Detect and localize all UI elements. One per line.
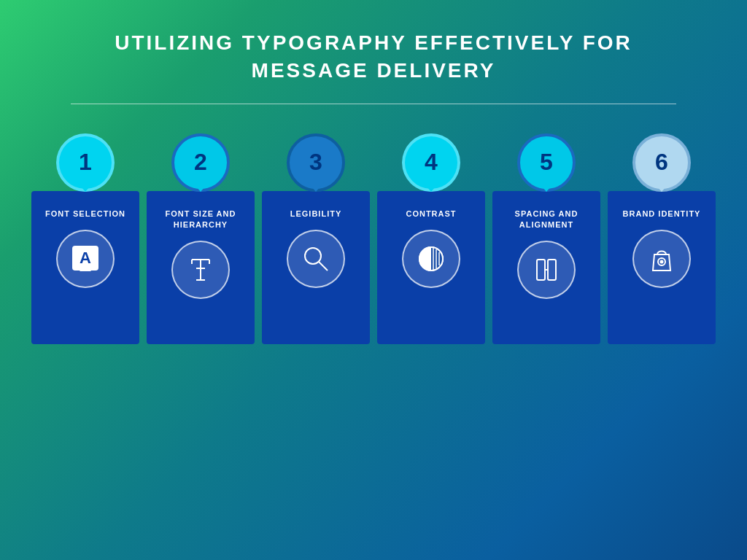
bubble-pointer-3 <box>307 182 325 192</box>
app: UTILIZING TYPOGRAPHY EFFECTIVELY FOR MES… <box>0 0 747 560</box>
title-section: UTILIZING TYPOGRAPHY EFFECTIVELY FOR MES… <box>29 29 718 85</box>
card-body-6: BRAND IDENTITY <box>608 191 716 344</box>
card-label-3: LEGIBILITY <box>290 201 342 219</box>
svg-rect-17 <box>537 260 545 280</box>
cards-container: 1 FONT SELECTION A <box>29 133 718 344</box>
card-2: 2 FONT SIZE AND HIERARCHY <box>147 133 255 344</box>
card-body-5: SPACING AND ALIGNMENT <box>492 191 600 344</box>
font-selection-icon-circle: A <box>56 230 115 288</box>
card-body-2: FONT SIZE AND HIERARCHY <box>147 191 255 344</box>
main-title: UTILIZING TYPOGRAPHY EFFECTIVELY FOR MES… <box>29 29 718 85</box>
card-body-3: LEGIBILITY <box>262 191 370 344</box>
svg-rect-2 <box>80 269 91 271</box>
card-label-4: CONTRAST <box>406 201 456 219</box>
font-selection-svg: A <box>66 240 104 278</box>
bubble-pointer-5 <box>538 182 555 192</box>
card-label-2: FONT SIZE AND HIERARCHY <box>166 201 236 231</box>
svg-text:A: A <box>80 249 91 267</box>
svg-point-21 <box>661 260 663 262</box>
bubble-pointer-2 <box>192 182 209 192</box>
font-size-svg <box>182 251 220 289</box>
card-3: 3 LEGIBILITY <box>262 133 370 344</box>
brand-svg <box>643 240 681 278</box>
svg-point-10 <box>305 248 321 264</box>
title-line1: UTILIZING TYPOGRAPHY EFFECTIVELY FOR <box>115 31 632 54</box>
svg-line-11 <box>319 262 328 271</box>
bubble-pointer-1 <box>77 182 94 192</box>
card-label-5: SPACING AND ALIGNMENT <box>515 201 578 231</box>
title-divider <box>71 104 677 104</box>
card-label-6: BRAND IDENTITY <box>623 201 701 219</box>
bubble-pointer-4 <box>422 182 440 192</box>
brand-icon-circle <box>632 230 691 288</box>
bubble-pointer-6 <box>653 182 670 192</box>
card-label-1: FONT SELECTION <box>45 201 125 219</box>
card-body-1: FONT SELECTION A <box>31 191 139 344</box>
legibility-icon-circle <box>287 230 345 288</box>
legibility-svg <box>297 240 335 278</box>
contrast-svg <box>412 240 450 278</box>
card-body-4: CONTRAST <box>377 191 485 344</box>
card-6: 6 BRAND IDENTITY <box>608 133 716 344</box>
title-line2: MESSAGE DELIVERY <box>252 59 496 82</box>
contrast-icon-circle <box>402 230 460 288</box>
spacing-icon-circle <box>517 241 576 299</box>
card-4: 4 CONTRAST <box>377 133 485 344</box>
card-1: 1 FONT SELECTION A <box>31 133 139 344</box>
font-size-icon-circle <box>171 241 230 299</box>
card-5: 5 SPACING AND ALIGNMENT <box>492 133 600 344</box>
svg-rect-18 <box>548 260 556 280</box>
spacing-svg <box>527 251 565 289</box>
